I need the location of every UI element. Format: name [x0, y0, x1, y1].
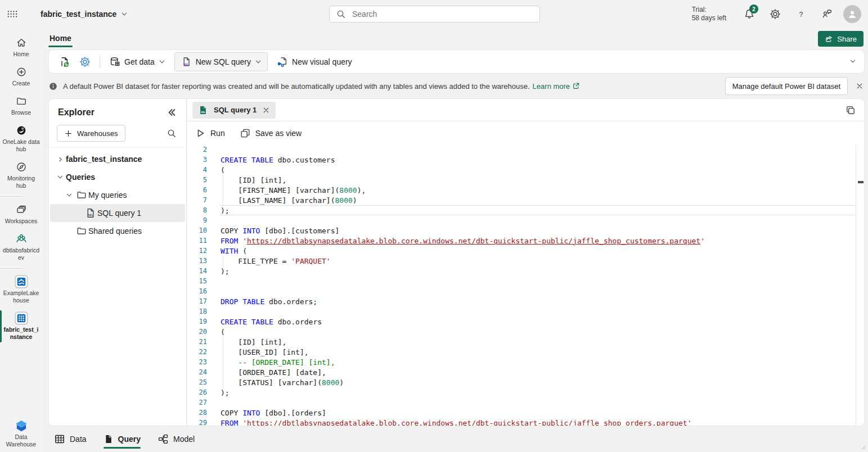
new-sql-query-button[interactable]: SQL New SQL query — [174, 52, 268, 71]
code-line-22[interactable]: 22 [USER_ID] [int], — [187, 347, 864, 357]
share-button[interactable]: Share — [818, 31, 863, 47]
copy-icon[interactable] — [845, 105, 856, 116]
line-number: 28 — [187, 409, 207, 417]
person-icon — [847, 8, 858, 20]
manage-default-dataset-button[interactable]: Manage default Power BI dataset — [725, 77, 848, 95]
feedback-icon — [821, 8, 833, 20]
code-line-16[interactable]: 16 — [187, 286, 864, 296]
app-launcher-waffle-icon[interactable] — [0, 0, 25, 28]
rail-item-item-fabric-test-instance[interactable]: fabric_test_instance — [0, 308, 42, 345]
view-tab-model[interactable]: Model — [158, 426, 195, 452]
new-visual-query-button[interactable]: New visual query — [272, 53, 357, 71]
code-line-7[interactable]: 7 [LAST_NAME] [varchar](8000) — [187, 195, 864, 205]
rail-item-browse[interactable]: Browse — [0, 91, 42, 120]
learn-more-link[interactable]: Learn more — [533, 82, 580, 91]
run-button[interactable]: Run — [195, 128, 225, 139]
warehouse-settings-button[interactable] — [75, 53, 95, 71]
query-tab-bar: SQL SQL query 1 — [187, 99, 864, 121]
folder-icon — [75, 189, 88, 201]
search-input[interactable] — [351, 9, 534, 19]
close-icon[interactable] — [856, 82, 863, 90]
rail-item-item-examplelakehouse[interactable]: ExampleLakehouse — [0, 272, 42, 308]
chevron-right-icon[interactable] — [55, 156, 66, 162]
query-toolbar: Run Save as view — [187, 121, 864, 144]
line-number: 8 — [187, 206, 207, 214]
sql-code-editor[interactable]: 23CREATE TABLE dbo.customers4(5 [ID] [in… — [187, 144, 864, 426]
view-tab-data[interactable]: Data — [54, 426, 87, 452]
people-icon — [15, 233, 28, 245]
code-line-9[interactable]: 9 — [187, 215, 864, 225]
collapse-ribbon-chevron[interactable] — [849, 58, 856, 65]
code-line-2[interactable]: 2 — [187, 144, 864, 155]
add-warehouses-button[interactable]: Warehouses — [57, 125, 125, 142]
feedback-button[interactable] — [814, 0, 840, 28]
code-line-5[interactable]: 5 [ID] [int], — [187, 175, 864, 185]
rail-item-label: Browse — [3, 109, 40, 116]
code-line-28[interactable]: 28COPY INTO [dbo].[orders] — [187, 408, 864, 418]
global-search[interactable] — [329, 6, 540, 22]
notifications-button[interactable]: 2 — [736, 0, 762, 28]
line-number: 27 — [187, 399, 207, 406]
tree-item-shared-queries[interactable]: Shared queries — [50, 222, 185, 240]
gear-icon — [770, 8, 781, 20]
code-line-12[interactable]: 12WITH ( — [187, 246, 864, 256]
refresh-button[interactable] — [55, 53, 75, 71]
settings-button[interactable] — [762, 0, 788, 28]
code-line-24[interactable]: 24 [ORDER_DATE] [date], — [187, 367, 864, 377]
code-line-15[interactable]: 15 — [187, 276, 864, 286]
view-tab-query[interactable]: Query — [104, 426, 141, 452]
collapse-panel-icon[interactable] — [166, 107, 177, 118]
line-number: 25 — [187, 378, 207, 386]
code-line-25[interactable]: 25 [STATUS] [varchar](8000) — [187, 377, 864, 387]
rail-item-home[interactable]: Home — [0, 33, 42, 62]
folder-icon — [75, 225, 88, 237]
get-data-button[interactable]: Get data — [105, 53, 170, 71]
line-number: 15 — [187, 277, 207, 285]
rail-item-label: Workspaces — [3, 218, 40, 225]
tree-item-queries[interactable]: Queries — [50, 168, 185, 186]
editor-overview-ruler[interactable] — [856, 144, 864, 426]
code-line-27[interactable]: 27 — [187, 397, 864, 408]
line-number: 20 — [187, 328, 207, 336]
tree-item-my-queries[interactable]: My queries — [50, 186, 185, 204]
resize-handle-icon[interactable] — [858, 442, 866, 450]
browse-icon — [16, 95, 27, 107]
notification-badge: 2 — [749, 4, 758, 13]
code-line-26[interactable]: 26); — [187, 387, 864, 397]
chevron-down-icon[interactable] — [55, 174, 66, 180]
sql-file-green-icon: SQL — [198, 105, 208, 115]
code-line-4[interactable]: 4( — [187, 165, 864, 175]
rail-item-create[interactable]: Create — [0, 62, 42, 91]
code-line-20[interactable]: 20( — [187, 327, 864, 337]
rail-item-workspaces[interactable]: Workspaces — [0, 200, 42, 229]
ribbon-tab-home[interactable]: Home — [48, 31, 73, 45]
code-line-14[interactable]: 14); — [187, 266, 864, 276]
query-tab[interactable]: SQL SQL query 1 — [192, 102, 276, 119]
code-line-3[interactable]: 3CREATE TABLE dbo.customers — [187, 155, 864, 165]
code-line-11[interactable]: 11FROM 'https://dbtlabsynapsedatalake.bl… — [187, 236, 864, 246]
save-as-view-button[interactable]: Save as view — [240, 128, 302, 139]
account-avatar[interactable] — [843, 5, 861, 23]
code-line-21[interactable]: 21 [ID] [int], — [187, 337, 864, 347]
code-line-13[interactable]: 13 FILE_TYPE = 'PARQUET' — [187, 256, 864, 266]
explorer-search-icon[interactable] — [166, 128, 177, 139]
close-tab-icon[interactable] — [262, 106, 270, 114]
code-line-29[interactable]: 29FROM 'https://dbtlabsynapsedatalake.bl… — [187, 418, 864, 426]
tree-item-sql-query-1[interactable]: SQLSQL query 1 — [50, 204, 185, 222]
code-line-19[interactable]: 19CREATE TABLE dbo.orders — [187, 317, 864, 327]
rail-item-monitoring-hub[interactable]: Monitoring hub — [0, 157, 42, 193]
rail-item-onelake-data-hub[interactable]: OneLake data hub — [0, 120, 42, 157]
code-line-23[interactable]: 23 -- [ORDER_DATE] [int], — [187, 357, 864, 367]
tree-item-fabric-test-instance[interactable]: fabric_test_instance — [50, 150, 185, 168]
rail-item-data-warehouse[interactable]: Data Warehouse — [0, 415, 42, 452]
code-line-8[interactable]: 8); — [187, 205, 864, 215]
workspace-switcher[interactable]: fabric_test_instance — [41, 10, 128, 19]
chevron-down-icon[interactable] — [64, 192, 75, 198]
code-line-18[interactable]: 18 — [187, 306, 864, 317]
code-line-6[interactable]: 6 [FIRST_NAME] [varchar](8000), — [187, 185, 864, 195]
code-line-17[interactable]: 17DROP TABLE dbo.orders; — [187, 296, 864, 306]
help-button[interactable]: ? — [788, 0, 814, 28]
rail-item-workspace-dbtlabsfabricdev[interactable]: dbtlabsfabricdev — [0, 229, 42, 265]
code-line-10[interactable]: 10COPY INTO [dbo].[customers] — [187, 225, 864, 236]
banner-message: A default Power BI dataset for faster re… — [63, 82, 530, 91]
